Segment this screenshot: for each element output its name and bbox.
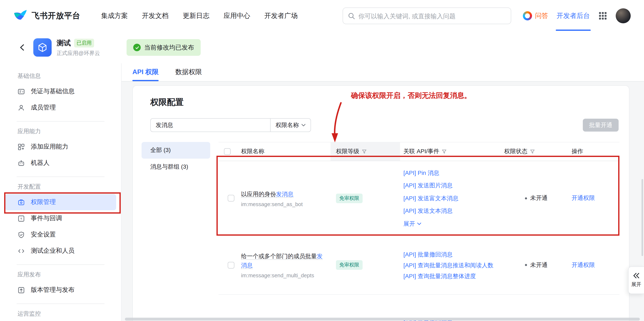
sidebar-item-label: 成员管理 <box>31 104 56 112</box>
status-text: 未开通 <box>530 261 548 269</box>
nav-item-docs[interactable]: 开发文档 <box>142 12 168 20</box>
sidebar-divider <box>17 304 104 304</box>
qa-label: 问答 <box>535 12 548 20</box>
permission-search-input[interactable] <box>150 118 270 132</box>
api-link[interactable]: [API] 批量撤回消息 <box>404 249 500 260</box>
filter-all[interactable]: 全部 (3) <box>142 142 210 159</box>
api-link[interactable]: [API] 查询批量消息整体进度 <box>404 270 500 281</box>
horizontal-scrollbar[interactable] <box>125 318 640 320</box>
sidebar-item-test-org[interactable]: 测试企业和人员 <box>5 243 116 259</box>
permission-panel: 权限配置 权限名称 批量开通 全部 (3) 消息与群组 (3) <box>132 85 630 321</box>
qa-icon <box>523 11 532 20</box>
double-chevron-left-icon <box>633 272 640 278</box>
sidebar-item-permissions[interactable]: 权限管理 <box>5 194 116 210</box>
permission-name[interactable]: 给一个或多个部门的成员批量发消息 <box>241 252 330 270</box>
sidebar-item-security[interactable]: 安全设置 <box>5 226 116 243</box>
table-row: 以应用的身份发消息 im:message:send_as_bot 免审权限 [A… <box>218 161 620 236</box>
filter-funnel-icon[interactable] <box>362 149 367 154</box>
col-header-api: 关联 API/事件 <box>404 148 440 155</box>
select-all-checkbox[interactable] <box>224 148 230 155</box>
check-circle-icon <box>133 44 141 51</box>
sidebar-item-add-capability[interactable]: 添加应用能力 <box>5 139 116 155</box>
expand-sidebar-fab[interactable]: 展开 <box>628 266 644 294</box>
table-header: 权限名称 权限等级 关联 API/事件 权限状态 操作 <box>218 142 620 161</box>
sidebar-section-release: 应用发布 <box>0 270 121 278</box>
sidebar-item-label: 事件与回调 <box>31 214 62 222</box>
row-checkbox[interactable] <box>228 262 234 268</box>
feishu-logo-icon <box>13 9 28 23</box>
expand-fab-label: 展开 <box>631 281 641 288</box>
page: 飞书开放平台 集成方案 开发文档 更新日志 应用中心 开发者广场 问答 开发者后… <box>0 0 644 321</box>
sidebar-section-basic: 基础信息 <box>0 72 121 80</box>
event-callback-icon <box>18 214 25 222</box>
search-icon <box>348 12 355 19</box>
user-avatar[interactable] <box>616 8 631 23</box>
sidebar-item-version-release[interactable]: 版本管理与发布 <box>5 282 116 298</box>
publish-icon <box>18 286 25 294</box>
filter-funnel-icon[interactable] <box>442 149 447 154</box>
sidebar-section-dev-config: 开发配置 <box>0 182 121 191</box>
row-checkbox[interactable] <box>228 195 234 202</box>
robot-icon <box>18 159 25 167</box>
nav-menu: 集成方案 开发文档 更新日志 应用中心 开发者广场 <box>101 12 298 20</box>
api-link[interactable]: [API] 发送图片消息 <box>404 179 500 192</box>
vertical-scrollbar[interactable] <box>642 179 643 256</box>
sidebar-section-monitoring: 运营监控 <box>0 309 121 318</box>
level-tag: 免审权限 <box>336 194 362 203</box>
developer-console-link[interactable]: 开发者后台 <box>556 12 590 20</box>
code-brackets-icon <box>18 247 25 254</box>
chevron-down-icon <box>302 124 306 126</box>
sidebar-item-label: 版本管理与发布 <box>31 286 74 294</box>
status-dot <box>525 264 527 266</box>
sidebar-item-label: 凭证与基础信息 <box>31 88 74 95</box>
main-content: API 权限 数据权限 权限配置 权限名称 批量开通 全部 (3) 消息与群组 … <box>122 63 644 321</box>
nav-item-app-center[interactable]: 应用中心 <box>224 12 250 20</box>
apps-grid-icon[interactable] <box>598 11 607 20</box>
api-link[interactable]: [API] 查询批量消息推送和阅读人数 <box>404 260 500 270</box>
col-header-action: 操作 <box>572 148 583 155</box>
col-header-status: 权限状态 <box>504 148 528 155</box>
enabled-badge: 已启用 <box>74 38 94 47</box>
global-search[interactable] <box>342 8 511 24</box>
permission-tabs: API 权限 数据权限 <box>122 63 644 82</box>
user-icon <box>18 104 25 111</box>
level-tag: 免审权限 <box>336 260 362 270</box>
batch-open-button[interactable]: 批量开通 <box>583 119 618 132</box>
nav-item-dev-plaza[interactable]: 开发者广场 <box>264 12 298 20</box>
open-permission-link[interactable]: 开通权限 <box>572 194 620 202</box>
permission-name[interactable]: 以应用的身份发消息 <box>241 189 330 198</box>
publish-status-text: 当前修改均已发布 <box>144 44 194 52</box>
api-link[interactable]: [API] 发送文本消息 <box>404 205 500 217</box>
global-search-input[interactable] <box>358 12 506 19</box>
category-filter-list: 全部 (3) 消息与群组 (3) <box>142 142 210 175</box>
tab-api-permission[interactable]: API 权限 <box>132 63 158 81</box>
id-card-icon <box>18 88 25 95</box>
api-link[interactable]: [API] 发送富文本消息 <box>404 192 500 205</box>
status-text: 未开通 <box>530 194 548 202</box>
sidebar-item-label: 权限管理 <box>31 198 56 206</box>
back-button[interactable] <box>18 43 27 52</box>
sidebar-item-bot[interactable]: 机器人 <box>5 155 116 171</box>
search-type-dropdown[interactable]: 权限名称 <box>270 118 311 132</box>
filter-message-group[interactable]: 消息与群组 (3) <box>142 159 210 175</box>
filter-funnel-icon[interactable] <box>530 149 535 154</box>
status-cell: 未开通 <box>500 236 568 294</box>
status-cell: 未开通 <box>500 161 568 235</box>
grid-plus-icon <box>18 143 25 150</box>
sidebar-item-members[interactable]: 成员管理 <box>5 100 116 116</box>
sidebar-section-capability: 应用能力 <box>0 127 121 135</box>
qa-link[interactable]: 问答 <box>523 11 548 20</box>
sidebar-item-credentials[interactable]: 凭证与基础信息 <box>5 83 116 100</box>
api-link[interactable]: [API] Pin 消息 <box>404 166 500 179</box>
tab-data-permission[interactable]: 数据权限 <box>175 63 202 81</box>
nav-item-changelog[interactable]: 更新日志 <box>183 12 210 20</box>
open-permission-link[interactable]: 开通权限 <box>572 261 620 269</box>
table-row: 给一个或多个部门的成员批量发消息 im:message:send_multi_d… <box>218 236 620 295</box>
sidebar-item-events[interactable]: 事件与回调 <box>5 210 116 226</box>
expand-apis-label: 展开 <box>404 217 415 230</box>
brand-title: 飞书开放平台 <box>32 10 80 21</box>
shield-icon <box>18 231 25 238</box>
nav-item-integration[interactable]: 集成方案 <box>101 12 128 20</box>
expand-apis-link[interactable]: 展开 <box>404 217 500 230</box>
brand[interactable]: 飞书开放平台 <box>13 9 80 23</box>
